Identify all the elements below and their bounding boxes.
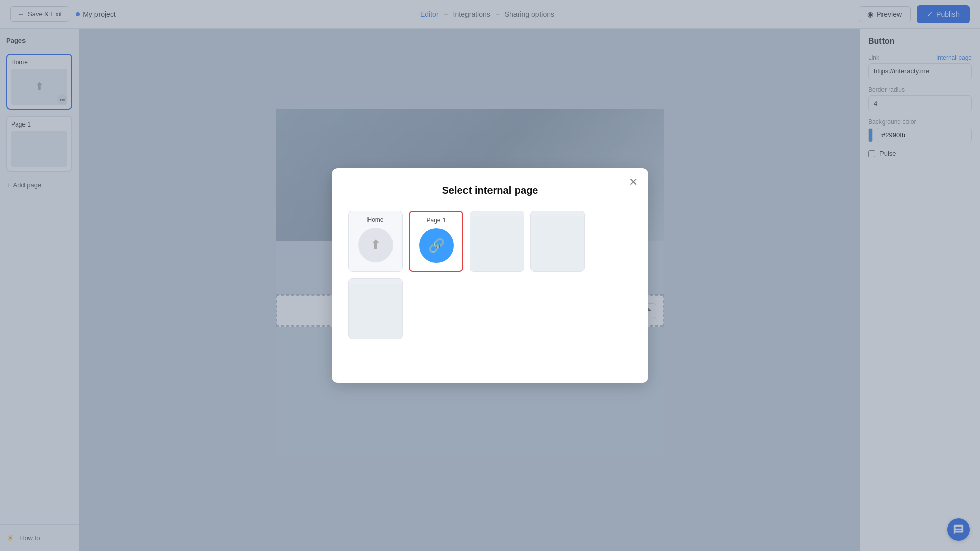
modal-overlay[interactable]: ✕ Select internal page Home ⬆ Page 1 🔗	[0, 0, 980, 551]
select-internal-page-modal: ✕ Select internal page Home ⬆ Page 1 🔗	[332, 168, 648, 383]
modal-page-1-thumb: 🔗	[419, 228, 454, 263]
modal-page-1[interactable]: Page 1 🔗	[409, 211, 463, 272]
modal-pages-grid: Home ⬆ Page 1 🔗	[348, 211, 632, 339]
modal-page-blank-3[interactable]	[348, 278, 403, 339]
modal-page-home-label: Home	[367, 216, 383, 223]
modal-close-button[interactable]: ✕	[629, 177, 638, 188]
modal-page-blank-2-thumb	[531, 216, 584, 271]
modal-page-blank-1-thumb	[470, 216, 524, 271]
modal-page-blank-2[interactable]	[530, 211, 585, 272]
modal-page-home-thumb: ⬆	[358, 228, 393, 262]
modal-page-blank-3-thumb	[349, 284, 402, 339]
modal-page-home[interactable]: Home ⬆	[348, 211, 403, 272]
modal-page-1-label: Page 1	[426, 217, 446, 224]
modal-page-blank-1[interactable]	[470, 211, 524, 272]
modal-title: Select internal page	[348, 185, 632, 196]
